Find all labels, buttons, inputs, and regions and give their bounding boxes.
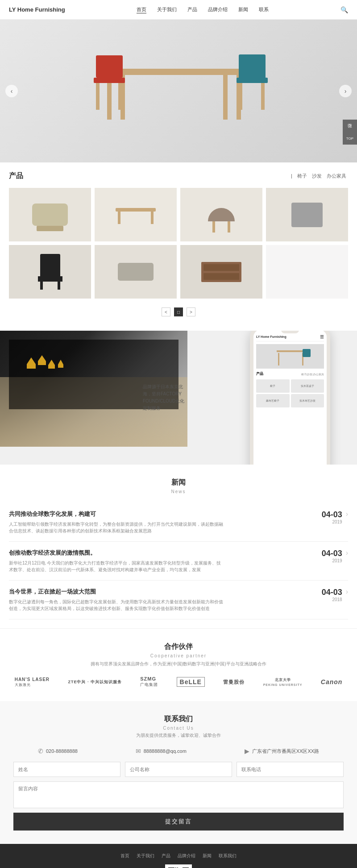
message-textarea[interactable] [13, 781, 344, 808]
filter-pipe: | [291, 173, 292, 179]
page-next[interactable]: > [187, 307, 195, 316]
news-year: 2019 [307, 558, 342, 563]
partner-sublabel: 大族激光 [15, 683, 31, 687]
search-icon[interactable]: 🔍 [340, 6, 348, 13]
submit-button[interactable]: 提交留言 [13, 813, 344, 831]
contact-info: ✆ 020-88888888 ✉ 88888888@qq.com ▶ 广东省广州… [9, 748, 348, 755]
brand-desc-text: 品牌源于日本东京北海，坚持FACTORY FOUND/CLOUD元化定制服务 [143, 383, 187, 412]
social-buttons: 微 TOP [343, 120, 357, 145]
products-grid [9, 188, 348, 299]
partner-beijing-uni: 北京大学 PEKING UNIVERSITY [263, 677, 303, 687]
footer-link-home[interactable]: 首页 [120, 853, 129, 859]
nav-brand[interactable]: 品牌介绍 [208, 6, 228, 13]
product-cabinet [201, 262, 241, 282]
footer-link-brand[interactable]: 品牌介绍 [178, 853, 195, 859]
location-icon: ▶ [245, 748, 249, 755]
filter-office[interactable]: 办公家具 [327, 173, 346, 179]
news-arrow-icon[interactable]: › [346, 549, 348, 557]
filter-chair[interactable]: 椅子 [297, 173, 307, 179]
contact-subtitle: Contact Us [9, 726, 348, 731]
partner-canon: Canon [321, 678, 343, 685]
product-item-placeholder [266, 245, 348, 299]
product-item[interactable] [180, 245, 262, 299]
product-item[interactable] [95, 245, 177, 299]
news-item-date: 04-03 2018 [307, 588, 342, 602]
phone-mockup: LY Home Furnishing ☰ [250, 331, 330, 465]
contact-address-label: 广东省广州市番禺区XX区XX路 [252, 748, 319, 755]
scroll-top-button[interactable]: TOP [343, 132, 357, 145]
phone-hero-image [256, 344, 324, 369]
product-item[interactable] [266, 188, 348, 241]
brand-section: 品牌源于日本东京北海，坚持FACTORY FOUND/CLOUD元化定制服务 L… [0, 331, 357, 465]
news-item-desc: 数字化已渗透到每一角色，国际化已超数字化发展创新、为使用数字化高新技术力量创造发… [9, 598, 223, 612]
news-item-date: 04-03 2019 [307, 549, 342, 563]
nav: 首页 关于我们 产品 品牌介绍 新闻 联系 [137, 6, 269, 13]
footer-link-about[interactable]: 关于我们 [137, 853, 154, 859]
page-1[interactable]: □ [174, 307, 183, 316]
filter-sofa[interactable]: 沙发 [312, 173, 322, 179]
footer: 首页 关于我们 产品 品牌介绍 新闻 联系我们 [0, 844, 357, 868]
phone-icon: ✆ [38, 748, 43, 755]
news-arrow-icon[interactable]: › [346, 510, 348, 518]
company-input[interactable] [125, 762, 232, 777]
contact-input[interactable] [237, 762, 344, 777]
news-date: 04-03 [307, 588, 342, 597]
phone-products-filters: 椅子|沙发|办公家具 [301, 373, 324, 377]
news-item-title[interactable]: 共同推动全球数字化发展，构建可 [9, 510, 307, 518]
hero-prev-button[interactable]: ‹ [5, 85, 18, 97]
product-armchair [291, 203, 323, 227]
phone-header: LY Home Furnishing ☰ [256, 334, 324, 341]
nav-home[interactable]: 首页 [137, 6, 146, 13]
furniture-illustration [67, 42, 290, 140]
footer-links: 首页 关于我们 产品 品牌介绍 新闻 联系我们 [9, 853, 348, 859]
chair-seat-red [94, 78, 125, 83]
contact-title: 联系我们 [9, 714, 348, 724]
news-arrow-icon[interactable]: › [346, 588, 348, 596]
product-item[interactable] [9, 188, 91, 241]
news-item-title[interactable]: 当今世界，正在掀起一场波大范围 [9, 588, 307, 596]
product-item[interactable] [95, 188, 177, 241]
nav-about[interactable]: 关于我们 [157, 6, 177, 13]
phone-notch [281, 331, 299, 333]
products-filters: | 椅子 沙发 办公家具 [289, 173, 348, 179]
product-item[interactable] [180, 188, 262, 241]
news-item: 创推动数字经济发展的激情氛围。 新华社12月12日电 今天我们的数字化大力打造数… [9, 542, 348, 581]
news-item-desc: 人工智能帮助引领数字经济发展和数字化转型，为整合创新资源提供，为打开当代文明建设… [9, 521, 223, 534]
partners-section: 合作伙伴 Cooperative partner 拥有与世界顶尖发展品牌合作，作… [0, 628, 357, 701]
footer-link-news[interactable]: 新闻 [203, 853, 212, 859]
news-date: 04-03 [307, 549, 342, 558]
product-stool [208, 208, 235, 221]
nav-contact[interactable]: 联系 [259, 6, 269, 13]
weibo-button[interactable]: 微 [343, 120, 357, 132]
phone-product-cell[interactable]: 椅子 [256, 379, 290, 393]
footer-link-contact[interactable]: 联系我们 [219, 853, 237, 859]
product-coffee-table [113, 204, 158, 226]
hero-banner: ‹ › 微 TOP [0, 20, 357, 162]
phone-products-section: 产品 椅子|沙发|办公家具 椅子 实木茶桌子 麻布艺椅子 实木布艺沙发 [256, 371, 324, 407]
phone-menu-icon[interactable]: ☰ [320, 334, 324, 339]
nav-products[interactable]: 产品 [187, 6, 197, 13]
news-item-title[interactable]: 创推动数字经济发展的激情氛围。 [9, 549, 307, 557]
hero-next-button[interactable]: › [339, 85, 352, 97]
news-item-content: 创推动数字经济发展的激情氛围。 新华社12月12日电 今天我们的数字化大力打造数… [9, 549, 307, 573]
page-prev[interactable]: < [162, 307, 170, 316]
products-section: 产品 | 椅子 沙发 办公家具 [0, 162, 357, 331]
footer-link-products[interactable]: 产品 [162, 853, 170, 859]
news-item-content: 共同推动全球数字化发展，构建可 人工智能帮助引领数字经济发展和数字化转型，为整合… [9, 510, 307, 534]
chair-leg [118, 83, 122, 110]
partner-belle: BeLLE [177, 677, 205, 687]
phone-product-cell[interactable]: 实木布艺沙发 [291, 394, 324, 407]
contact-tagline: 为朋友提供优质服务，诚挚欢迎、诚挚合作 [9, 732, 348, 739]
news-date: 04-03 [307, 510, 342, 519]
nav-news[interactable]: 新闻 [238, 6, 248, 13]
phone-product-cell[interactable]: 实木茶桌子 [291, 379, 324, 393]
contact-phone: ✆ 020-88888888 [38, 748, 78, 755]
partners-logos: HAN'S LASER 大族激光 ZTE中兴 · 中兴以知识服务 SZMG广电集… [9, 676, 348, 688]
contact-email: ✉ 88888888@qq.com [136, 748, 187, 755]
form-row-1 [13, 762, 344, 777]
name-input[interactable] [13, 762, 120, 777]
chair-leg [96, 83, 100, 110]
product-item[interactable] [9, 245, 91, 299]
phone-product-cell[interactable]: 麻布艺椅子 [256, 394, 290, 407]
chair-leg [239, 83, 242, 110]
